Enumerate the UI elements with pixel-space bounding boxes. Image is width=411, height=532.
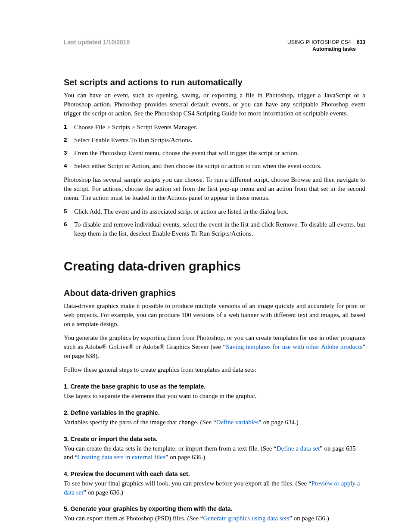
page-header: Last updated 1/10/2010 USING PHOTOSHOP C… (64, 39, 365, 53)
last-updated-label: Last updated 1/10/2010 (64, 39, 130, 46)
substep-body: You can create the data sets in the temp… (64, 444, 365, 462)
substep-heading: 5. Generate your graphics by exporting t… (64, 505, 365, 512)
step-item: 2Select Enable Events To Run Scripts/Act… (64, 136, 365, 145)
substep-pre-text: Variables specify the parts of the image… (64, 419, 216, 426)
substep-heading: 4. Preview the document with each data s… (64, 470, 365, 477)
substep-body: Use layers to separate the elements that… (64, 392, 365, 401)
section2-p2: You generate the graphics by exporting t… (64, 333, 365, 360)
cross-reference-link[interactable]: Define variables (216, 419, 259, 426)
section-heading-scripts: Set scripts and actions to run automatic… (64, 78, 365, 87)
page-number: 633 (357, 39, 365, 46)
substep-post-text: ” on page 634.) (258, 419, 298, 426)
link-saving-templates[interactable]: Saving templates for use with other Adob… (226, 343, 362, 350)
section2-p3: Follow these general steps to create gra… (64, 365, 365, 374)
header-right-block: USING PHOTOSHOP CS4 633 Automating tasks (287, 39, 365, 53)
cross-reference-link[interactable]: Creating data sets in external files (78, 454, 165, 460)
steps-list-a: 1Choose File > Scripts > Script Events M… (64, 123, 365, 170)
substep-pre-text: You can create the data sets in the temp… (64, 445, 277, 452)
substep-post-text: ” on page 636.) (83, 489, 123, 496)
cross-reference-link[interactable]: Define a data set (277, 445, 320, 452)
substep-body: Variables specify the parts of the image… (64, 418, 365, 427)
cross-reference-link[interactable]: Generate graphics using data sets (203, 515, 289, 522)
substep-pre-text: Use layers to separate the elements that… (64, 392, 256, 399)
document-page: Last updated 1/10/2010 USING PHOTOSHOP C… (0, 0, 411, 532)
substep-pre-text: To see how your final graphics will look… (64, 480, 311, 487)
step-item: 1Choose File > Scripts > Script Events M… (64, 123, 365, 132)
step-item: 6To disable and remove individual events… (64, 220, 365, 238)
substep-body: You can export them as Photoshop (PSD) f… (64, 514, 365, 523)
chapter-title: Automating tasks (287, 46, 356, 53)
substep-heading: 2. Define variables in the graphic. (64, 409, 365, 416)
step-item: 3From the Photoshop Event menu, choose t… (64, 149, 365, 158)
step-item: 5Click Add. The event and its associated… (64, 207, 365, 216)
substep-post-text: ” on page 636.) (165, 454, 205, 460)
substep-heading: 3. Create or import the data sets. (64, 436, 365, 442)
substep-pre-text: You can export them as Photoshop (PSD) f… (64, 515, 203, 522)
section2-p1: Data-driven graphics make it possible to… (64, 302, 365, 328)
substep-post-text: ” on page 636.) (289, 515, 329, 522)
header-divider (354, 40, 354, 46)
section1-intro: You can have an event, such as opening, … (64, 91, 365, 118)
substep-heading: 1. Create the base graphic to use as the… (64, 383, 365, 390)
section-heading-about: About data-driven graphics (64, 288, 365, 298)
substeps-container: 1. Create the base graphic to use as the… (64, 383, 365, 523)
step-item: 4Select either Script or Action, and the… (64, 162, 365, 171)
steps-list-b: 5Click Add. The event and its associated… (64, 207, 365, 238)
major-heading: Creating data-driven graphics (64, 259, 365, 274)
section1-mid-paragraph: Photoshop has several sample scripts you… (64, 175, 365, 202)
substep-body: To see how your final graphics will look… (64, 479, 365, 497)
book-title: USING PHOTOSHOP CS4 (287, 39, 351, 46)
